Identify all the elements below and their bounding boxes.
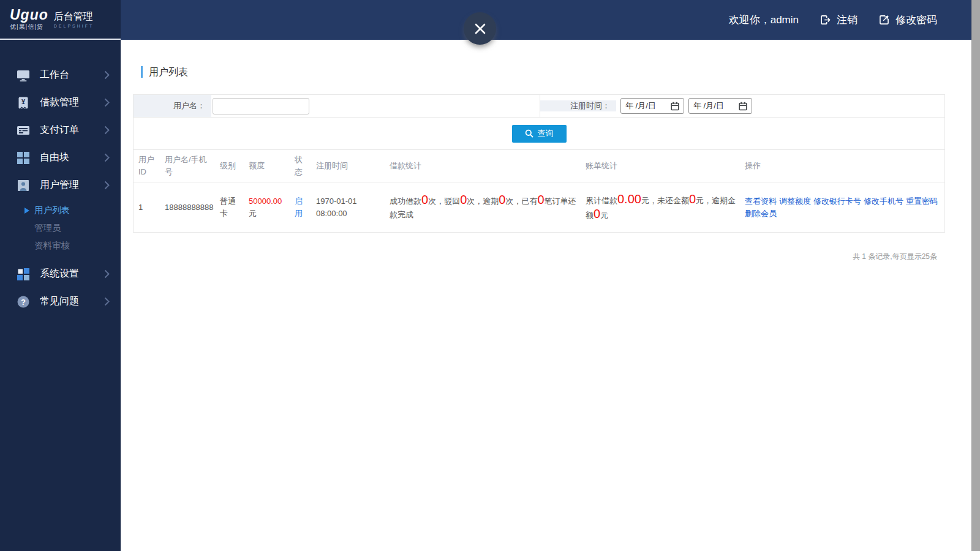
sidebar-item-payment-orders[interactable]: 支付订单: [0, 116, 121, 144]
submenu-item-label: 管理员: [34, 222, 61, 234]
action-reset-password[interactable]: 重置密码: [906, 197, 938, 206]
action-edit-phone[interactable]: 修改手机号: [864, 197, 903, 206]
table-header: 用户ID 用户名/手机号 级别 额度 状态 注册时间 借款统计 账单统计 操作: [134, 150, 944, 182]
submenu-item-user-list[interactable]: 用户列表: [0, 201, 121, 219]
edit-icon: [878, 13, 891, 26]
user-list-panel: 用户名： 注册时间： 年 /月/日 年 /月/日: [133, 94, 945, 233]
col-reg-time: 注册时间: [311, 156, 385, 176]
grid-icon: [16, 151, 31, 165]
chevron-right-icon: [104, 126, 110, 135]
sidebar-item-label: 用户管理: [40, 179, 79, 192]
sidebar: Uguo 优|果|信|贷 后台管理 DELPSHIFT 工作台 ¥ 借款管理: [0, 0, 121, 551]
col-user-id: 用户ID: [134, 150, 160, 182]
brand-tagline: 优|果|信|贷: [10, 23, 48, 31]
regtime-label: 注册时间：: [540, 100, 616, 111]
quota-amount: 50000.00: [249, 197, 282, 206]
cell-bill-stats: 累计借款0.00元，未还金额0元，逾期金额0元: [581, 189, 740, 226]
close-overlay-button[interactable]: [464, 12, 496, 45]
svg-text:?: ?: [21, 297, 26, 306]
sidebar-item-label: 系统设置: [40, 268, 79, 280]
regtime-end-date-input[interactable]: 年 /月/日: [688, 98, 752, 114]
welcome-text: 欢迎你，admin: [729, 13, 799, 27]
submenu-item-label: 资料审核: [34, 240, 70, 252]
grid-settings-icon: [16, 267, 31, 282]
calendar-icon: [671, 102, 679, 111]
sidebar-item-user-management[interactable]: 用户管理: [0, 171, 121, 199]
brand-name: Uguo: [10, 8, 48, 21]
col-bill-stats: 账单统计: [581, 156, 740, 176]
app-title: 后台管理: [54, 11, 94, 22]
change-password-button[interactable]: 修改密码: [878, 13, 937, 27]
quota-unit: 元: [249, 209, 257, 218]
filter-bar: 用户名： 注册时间： 年 /月/日 年 /月/日: [134, 95, 944, 118]
action-edit-bank-card[interactable]: 修改银行卡号: [813, 197, 861, 206]
action-view-profile[interactable]: 查看资料: [745, 197, 777, 206]
close-icon: [473, 22, 487, 36]
sidebar-item-label: 借款管理: [40, 96, 79, 109]
username-input[interactable]: [213, 98, 309, 114]
user-management-submenu: 用户列表 管理员 资料审核: [0, 199, 121, 258]
user-icon: [16, 178, 31, 193]
col-status: 状态: [290, 150, 311, 182]
chevron-right-icon: [104, 98, 110, 107]
active-arrow-icon: [24, 208, 29, 214]
action-delete-member[interactable]: 删除会员: [745, 209, 777, 218]
submenu-item-administrators[interactable]: 管理员: [0, 219, 121, 237]
col-loan-stats: 借款统计: [385, 156, 581, 176]
submenu-item-label: 用户列表: [34, 204, 70, 216]
regtime-start-date-input[interactable]: 年 /月/日: [620, 98, 684, 114]
date-value: 年 /月/日: [625, 100, 656, 111]
page-title: 用户列表: [141, 66, 971, 78]
sidebar-item-label: 支付订单: [40, 124, 79, 137]
svg-text:¥: ¥: [21, 97, 26, 105]
col-actions: 操作: [740, 156, 944, 176]
username-label: 用户名：: [134, 95, 211, 117]
calendar-icon: [739, 102, 747, 111]
cell-actions: 查看资料调整额度修改银行卡号修改手机号重置密码删除会员: [740, 192, 944, 223]
date-value: 年 /月/日: [693, 100, 724, 111]
submenu-item-data-review[interactable]: 资料审核: [0, 237, 121, 255]
col-level: 级别: [215, 156, 244, 176]
sidebar-item-label: 工作台: [40, 69, 69, 81]
logout-label: 注销: [837, 13, 858, 27]
cell-username-phone: 18888888888: [160, 198, 215, 217]
sidebar-item-system-settings[interactable]: 系统设置: [0, 260, 121, 288]
action-adjust-quota[interactable]: 调整额度: [779, 197, 811, 206]
logout-button[interactable]: 注销: [819, 13, 858, 27]
change-password-label: 修改密码: [895, 13, 937, 27]
question-circle-icon: ?: [16, 294, 31, 309]
logout-icon: [819, 13, 832, 26]
chevron-right-icon: [104, 269, 110, 279]
sidebar-item-label: 常见问题: [40, 295, 79, 308]
sidebar-item-workbench[interactable]: 工作台: [0, 61, 121, 89]
card-list-icon: [16, 123, 31, 138]
col-quota: 额度: [244, 156, 290, 176]
chevron-right-icon: [104, 181, 110, 190]
sidebar-menu: 工作台 ¥ 借款管理 支付订单: [0, 40, 121, 315]
sidebar-item-free-blocks[interactable]: 自由块: [0, 144, 121, 171]
wallet-yen-icon: ¥: [16, 96, 31, 110]
cell-loan-stats: 成功借款0次，驳回0次，逾期0次，已有0笔订单还款完成: [385, 190, 581, 225]
app-subtitle: DELPSHIFT: [54, 24, 94, 28]
search-icon: [525, 129, 533, 138]
record-summary: 共 1 条记录,每页显示25条: [121, 252, 937, 262]
app-logo: Uguo 优|果|信|贷 后台管理 DELPSHIFT: [0, 0, 121, 40]
vertical-scrollbar[interactable]: [971, 0, 980, 551]
sidebar-item-label: 自由块: [40, 151, 69, 164]
cell-status: 启用: [290, 192, 311, 223]
chevron-right-icon: [104, 153, 110, 162]
sidebar-item-loan-management[interactable]: ¥ 借款管理: [0, 89, 121, 116]
col-username-phone: 用户名/手机号: [160, 150, 215, 182]
query-button-label: 查询: [538, 128, 554, 139]
cell-user-id: 1: [134, 198, 160, 217]
cell-reg-time: 1970-01-01 08:00:00: [311, 192, 385, 223]
query-row: 查询: [134, 118, 944, 150]
monitor-icon: [16, 68, 31, 83]
top-header: 欢迎你，admin 注销 修改密码: [121, 0, 971, 40]
chevron-right-icon: [104, 297, 110, 306]
cell-quota: 50000.00 元: [244, 192, 290, 223]
query-button[interactable]: 查询: [512, 125, 567, 143]
chevron-right-icon: [104, 70, 110, 80]
table-row: 1 18888888888 普通卡 50000.00 元 启用 1970-01-…: [134, 182, 944, 232]
sidebar-item-faq[interactable]: ? 常见问题: [0, 288, 121, 315]
